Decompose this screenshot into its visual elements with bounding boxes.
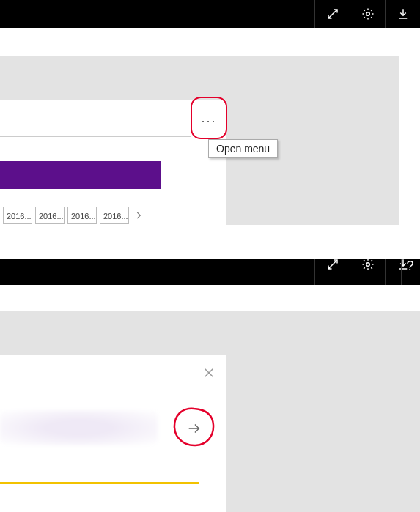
expand-icon[interactable]: [314, 0, 350, 28]
pager-row: 2016... 2016... 2016... 2016...: [3, 207, 145, 224]
tooltip: Open menu: [208, 139, 278, 158]
download-icon[interactable]: [385, 0, 420, 28]
chart-bar: [0, 161, 161, 189]
gear-icon[interactable]: [350, 0, 385, 28]
top-toolbar: [0, 0, 420, 28]
close-icon[interactable]: [202, 366, 217, 381]
pager-chip[interactable]: 2016...: [35, 207, 65, 224]
expand-icon[interactable]: [314, 259, 350, 285]
svg-point-0: [366, 12, 369, 16]
mid-toolbar: [0, 259, 420, 285]
more-options-button[interactable]: ...: [192, 100, 226, 136]
next-arrow-button[interactable]: [183, 418, 205, 439]
svg-point-1: [366, 263, 369, 267]
tooltip-text: Open menu: [216, 143, 270, 155]
pager-chip[interactable]: 2016...: [3, 207, 32, 224]
ellipsis-icon: ...: [201, 111, 216, 126]
help-glyph: ?: [406, 259, 413, 274]
help-icon[interactable]: ?: [401, 259, 419, 285]
pager-chip[interactable]: 2016...: [67, 207, 97, 224]
accent-rule: [0, 482, 199, 484]
gear-icon[interactable]: [350, 259, 385, 285]
pager-chip[interactable]: 2016...: [100, 207, 129, 224]
redacted-content: [0, 410, 158, 445]
divider: [0, 136, 191, 137]
chevron-right-icon[interactable]: [132, 209, 145, 222]
